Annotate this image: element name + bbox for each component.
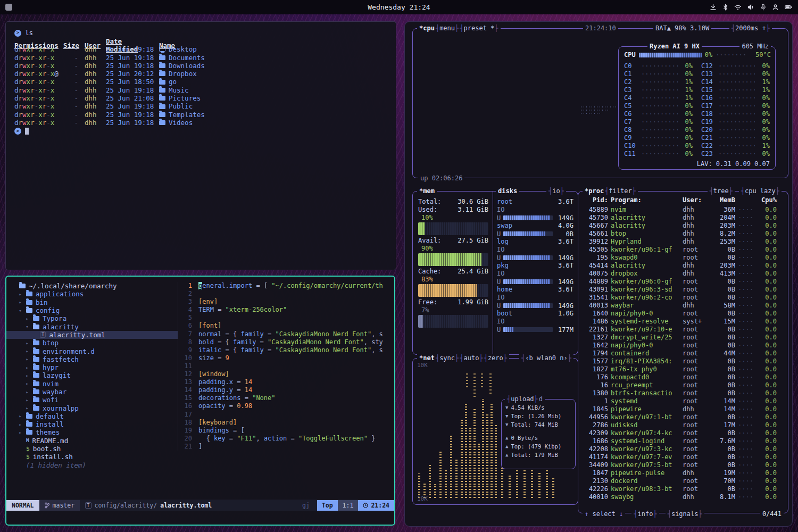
code-line[interactable]: 11 xyxy=(178,362,394,370)
tree-item[interactable]: ▸btop xyxy=(6,339,178,347)
process-row[interactable]: 45889nvimdhh36M······0.0 xyxy=(584,205,783,213)
tree-item[interactable]: ~/.local/share/omarchy xyxy=(6,282,178,290)
process-row[interactable]: 1686systemd-logindroot7.6M······0.0 xyxy=(584,437,783,445)
col-memb[interactable]: MemB xyxy=(711,196,735,204)
volume-icon[interactable] xyxy=(747,4,754,11)
process-row[interactable]: 42208kworker/u97:3-kcroot0B······0.0 xyxy=(584,445,783,453)
interface-switcher[interactable]: ‹b wlan0 n› xyxy=(519,354,573,363)
code-line[interactable]: 20 { key = "F11", action = "ToggleFullsc… xyxy=(178,435,394,443)
col-cpu[interactable]: Cpu% xyxy=(757,196,777,204)
code-line[interactable]: 12[window] xyxy=(178,370,394,378)
code-line[interactable]: 18[keyboard] xyxy=(178,419,394,427)
tree-item[interactable]: ▸xournalpp xyxy=(6,404,178,412)
col-program[interactable]: Program: xyxy=(611,196,680,204)
process-row[interactable]: 45730alacrittydhh204M······0.0 xyxy=(584,213,783,221)
process-row[interactable]: 31541kworker/u96:2-coroot0B······0.0 xyxy=(584,293,783,301)
code-line[interactable]: 6[font] xyxy=(178,322,394,330)
code-line[interactable]: 9italic = { family = "CaskaydiaMono Nerd… xyxy=(178,346,394,354)
process-row[interactable]: 195kswapd0root0B······0.0 xyxy=(584,253,783,261)
process-row[interactable]: 44889kworker/u96:0-gfroot0B······0.0 xyxy=(584,277,783,285)
tree-item[interactable]: ▾config xyxy=(6,306,178,314)
tree-item[interactable]: ▸environment.d xyxy=(6,347,178,355)
tree-item[interactable]: ▸default xyxy=(6,412,178,420)
process-row[interactable]: 45414alacrittydhh203M······0.0 xyxy=(584,261,783,269)
tree-item[interactable]: Talacritty.toml xyxy=(6,331,178,339)
process-row[interactable]: 2786udisksdroot17M······0.0 xyxy=(584,421,783,429)
process-row[interactable]: 1642napi/phy0-0root0B······0.0 xyxy=(584,341,783,349)
code-line[interactable]: 8bold = { family = "CaskaydiaMono Nerd F… xyxy=(178,338,394,346)
bluetooth-icon[interactable] xyxy=(722,4,728,11)
process-row[interactable]: 41174kworker/u97:7-evroot0B······0.0 xyxy=(584,453,783,461)
process-row[interactable]: 45667alacrittydhh203M······0.0 xyxy=(584,221,783,229)
tree-item[interactable]: $install.sh xyxy=(6,453,178,461)
process-row[interactable]: 1640napi/phy0-0root0B······0.0 xyxy=(584,309,783,317)
process-row[interactable]: 44956kworker/u97:1-btroot0B······0.0 xyxy=(584,413,783,421)
tree-toggle[interactable]: tree xyxy=(708,187,735,196)
wifi-icon[interactable] xyxy=(734,4,742,11)
io-toggle[interactable]: io xyxy=(546,187,566,196)
code-line[interactable]: 19bindings = [ xyxy=(178,427,394,435)
code-line[interactable]: 16opacity = 0.98 xyxy=(178,402,394,410)
tree-item[interactable]: ▸fastfetch xyxy=(6,355,178,363)
code-line[interactable]: 4TERM = "xterm-256color" xyxy=(178,306,394,314)
process-row[interactable]: 42309kworker/u97:4-kcroot0B······0.0 xyxy=(584,429,783,437)
download-icon[interactable] xyxy=(710,4,717,11)
user-icon[interactable] xyxy=(772,4,779,11)
tree-item[interactable]: (1 hidden item) xyxy=(6,461,178,469)
battery-icon[interactable] xyxy=(785,4,793,11)
process-row[interactable]: 1380btrfs-transactioroot0B······0.0 xyxy=(584,389,783,397)
tree-item[interactable]: ▾alacritty xyxy=(6,322,178,330)
code-line[interactable]: 7normal = { family = "CaskaydiaMono Nerd… xyxy=(178,330,394,338)
tree-item[interactable]: MREADME.md xyxy=(6,437,178,445)
code-line[interactable]: 13padding.x = 14 xyxy=(178,378,394,386)
process-row[interactable]: 1327dmcrypt_write/25root0B······0.0 xyxy=(584,333,783,341)
info-button[interactable]: info xyxy=(631,510,659,518)
process-row[interactable]: 39912Hyprlanddhh253M······0.0 xyxy=(584,237,783,245)
process-row[interactable]: 40075dropboxdhh413M······0.0 xyxy=(584,269,783,277)
col-pid[interactable]: Pid: xyxy=(584,196,608,204)
tree-item[interactable]: ▸wofi xyxy=(6,396,178,404)
tree-item[interactable]: ▸Typora xyxy=(6,314,178,322)
code-line[interactable]: 1general.import = [ "~/.config/omarchy/c… xyxy=(178,282,394,290)
code-line[interactable]: 10size = 9 xyxy=(178,354,394,362)
tree-item[interactable]: ▸themes xyxy=(6,428,178,436)
git-branch[interactable]: master xyxy=(39,500,80,511)
microphone-icon[interactable] xyxy=(760,4,766,11)
col-user[interactable]: User: xyxy=(683,196,708,204)
process-row[interactable]: 45661btopdhh8.2M······0.0 xyxy=(584,229,783,237)
tree-item[interactable]: ▸nvim xyxy=(6,380,178,388)
process-row[interactable]: 43091kworker/u96:3-sdroot0B······0.0 xyxy=(584,285,783,293)
prompt-line-empty[interactable] xyxy=(14,127,387,135)
process-row[interactable]: 1827mt76-tx phy0root0B······0.0 xyxy=(584,365,783,373)
process-row[interactable]: 1systemdroot14M······0.0 xyxy=(584,397,783,405)
process-row[interactable]: 1845pipewiredhh14M······0.0 xyxy=(584,405,783,413)
auto-button[interactable]: auto xyxy=(460,354,483,363)
code-line[interactable]: 5 xyxy=(178,314,394,322)
tree-item[interactable]: ▸install xyxy=(6,420,178,428)
process-row[interactable]: 1577irq/81-PIXA3854:root0B······0.0 xyxy=(584,357,783,365)
tree-item[interactable]: ▸lazygit xyxy=(6,371,178,379)
code-line[interactable]: 15decorations = "None" xyxy=(178,394,394,402)
preset-button[interactable]: preset * xyxy=(460,24,498,33)
select-control[interactable]: ↑ select ↓ xyxy=(583,510,625,518)
cpu-lazy-toggle[interactable]: cpu lazy xyxy=(739,187,782,196)
code-line[interactable]: 17 xyxy=(178,411,394,419)
menu-button[interactable]: menu xyxy=(436,24,459,33)
process-row[interactable]: 176kcompactd0root0B······0.0 xyxy=(584,373,783,381)
process-row[interactable]: 1486systemd-resolvesyst+15M······0.0 xyxy=(584,317,783,325)
process-row[interactable]: 34409kworker/u97:5-btroot0B······0.0 xyxy=(584,461,783,469)
process-row[interactable]: 1847pipewire-pulsedhh19M······0.0 xyxy=(584,469,783,477)
zero-button[interactable]: zero xyxy=(484,354,507,363)
code-line[interactable]: 14padding.y = 14 xyxy=(178,386,394,394)
process-row[interactable]: 45305kworker/u96:1-gfroot0B······0.0 xyxy=(584,245,783,253)
app-launcher-icon[interactable] xyxy=(5,4,12,11)
tree-item[interactable]: ▸bin xyxy=(6,298,178,306)
process-row[interactable]: 2130dockerdroot70M······0.0 xyxy=(584,477,783,485)
signals-button[interactable]: signals xyxy=(666,510,704,518)
code-line[interactable]: 2 xyxy=(178,290,394,298)
filter-button[interactable]: filter xyxy=(605,187,636,196)
code-line[interactable]: 3[env] xyxy=(178,298,394,306)
tree-item[interactable]: ▸hypr xyxy=(6,363,178,371)
code-line[interactable]: 21] xyxy=(178,443,394,451)
tree-item[interactable]: ▸applications xyxy=(6,290,178,298)
